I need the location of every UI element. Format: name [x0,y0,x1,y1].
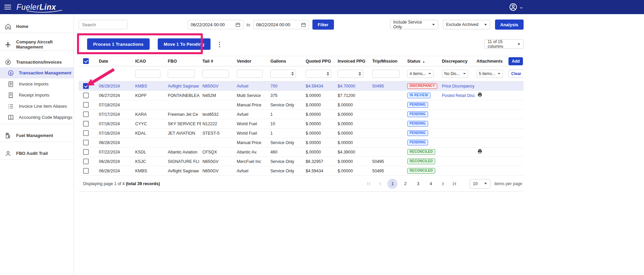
status-badge: PENDING [407,140,428,145]
cell-quoted-ppg: $.00000 [304,122,336,126]
row-checkbox[interactable] [83,93,89,98]
account-menu[interactable] [509,0,523,14]
sidebar-item-receipt-imports[interactable]: Receipt Imports [0,90,74,101]
calendar-icon[interactable] [301,22,306,27]
icao-filter-input[interactable] [135,70,160,78]
column-header-trip-mission[interactable]: Trip/Mission [371,59,406,64]
sidebar-item-invoice-imports[interactable]: Invoice Imports [0,78,74,90]
exclude-archived-dropdown[interactable]: Exclude Archived [443,20,490,29]
sidebar-item-company-aircraft-management[interactable]: Company Aircraft Management [0,34,74,49]
trip-mission-filter-input[interactable] [372,70,400,78]
menu-icon[interactable] [4,3,11,11]
attachment-printer-icon[interactable] [477,92,483,98]
columns-dropdown[interactable]: 11 of 15 columns [484,39,524,49]
sidebar-item-fbo-audit-trail[interactable]: FBO Audit Trail [0,143,74,159]
attachments-filter-dropdown[interactable]: 5 items... [477,70,503,78]
sidebar-item-transactions-invoices[interactable]: Transactions/Invoices [0,52,74,67]
more-options-icon[interactable]: ⋮ [217,41,223,47]
cell-invoiced-ppg: $.00000 [336,112,371,117]
discrepancy-link[interactable]: Posted Retail Discr [442,93,475,98]
vendor-filter-input[interactable] [237,70,263,78]
date-from-input[interactable]: 06/22/2024 00:00 [188,20,243,29]
table-row[interactable]: 07/16/2024CYYCSKY SERVICE FBN12222World … [79,119,524,129]
search-input[interactable] [79,20,127,29]
table-row[interactable]: 07/18/2024Manual PriceService Only$.0000… [79,100,524,110]
caret-down-icon [484,24,487,26]
row-checkbox[interactable] [83,121,89,127]
column-header-icao[interactable]: ICAO [134,59,166,64]
columns-dropdown-value: 11 of 15 columns [488,39,515,49]
row-checkbox[interactable] [83,149,89,155]
tail-filter-input[interactable] [202,70,229,78]
discrepancy-filter-dropdown[interactable]: No Dis... [442,70,468,78]
sidebar-item-transaction-management[interactable]: $Transaction Management [0,67,74,78]
topbar: FuelerLinx [0,0,644,14]
cell-date: 06/28/2024 [98,169,134,173]
exclude-archived-value: Exclude Archived [446,22,479,27]
cell-tail: N650GV [201,84,235,89]
table-row[interactable]: 06/27/2024KOPFFONTAINEBLEAN452MMulti Ser… [79,91,524,100]
select-all-checkbox[interactable] [83,58,89,64]
attachment-printer-icon[interactable] [477,149,483,154]
cell-vendor: Atlantic Av. [235,150,269,154]
table-row[interactable]: 06/28/2024KSJCSIGNATURE FLIN650GVMercFue… [79,157,524,166]
items-per-page-dropdown[interactable]: 10 [469,179,490,188]
clear-filters-button[interactable]: Clear [508,70,524,78]
sidebar-item-accounting-code-mappings[interactable]: Accounting Code Mappings [0,112,74,123]
page-button[interactable]: 4 [426,179,436,189]
date-to-input[interactable]: 08/22/2024 00:00 [253,20,309,29]
table-row[interactable]: 06/29/2024KMBSAvflight SaginawN650GVAvfu… [79,81,524,91]
filter-button[interactable]: Filter [312,20,334,30]
discrepancy-link[interactable]: Price Discrepancy [442,84,475,89]
column-header-discrepancy[interactable]: Discrepancy [441,59,475,64]
row-checkbox[interactable] [83,159,89,164]
sidebar-item-fuel-management[interactable]: Fuel Management [0,125,74,141]
table-row[interactable]: 06/28/2024KMBSAvflight SaginawN650GVAvfu… [79,166,524,176]
date-to-value: 08/22/2024 00:00 [256,22,290,27]
last-page-button[interactable] [450,179,459,188]
add-button[interactable]: Add [508,57,523,65]
column-header-attachments[interactable]: Attachments [475,59,507,64]
analysis-button[interactable]: Analysis [495,20,524,30]
first-page-button[interactable] [365,179,373,188]
calendar-icon[interactable] [235,22,240,27]
column-header-vendor[interactable]: Vendor [235,59,269,64]
page-button[interactable]: 1 [387,179,397,189]
column-header-tail[interactable]: Tail # [201,59,235,64]
process-transactions-button[interactable]: Process 1 Transactions [87,38,150,50]
page-button[interactable]: 2 [400,179,410,189]
sidebar-item-home[interactable]: Home [0,16,74,32]
invoiced-ppg-filter-stepper[interactable] [338,70,363,78]
column-header-status[interactable]: Status▲ [406,59,441,64]
quoted-ppg-filter-stepper[interactable] [306,70,331,78]
sidebar-item-invoice-line-item-aliases[interactable]: Invoice Line Item Aliases [0,101,74,112]
column-header-quoted-ppg[interactable]: Quoted PPG [304,59,336,64]
table-row[interactable]: 07/22/2024KSDLAtlantic AviationCFSQXAtla… [79,147,524,157]
table-row[interactable]: 07/17/2024KARAFreeman Jet Cetest6532Avfu… [79,110,524,119]
include-service-dropdown[interactable]: Include Service Only [390,20,438,29]
fbo-filter-input[interactable] [168,70,195,78]
sidebar-item-label: FBO Audit Trail [16,151,48,156]
row-checkbox[interactable] [83,168,89,174]
table-row[interactable]: 07/16/2024KDALJET AVIATIONSTEST-5World F… [79,129,524,138]
column-header-invoiced-ppg[interactable]: Invoiced PPG [336,59,371,64]
status-filter-dropdown[interactable]: 4 items... [407,70,433,78]
next-page-button[interactable] [439,179,447,188]
cell-icao: KARA [134,112,166,117]
column-header-fbo[interactable]: FBO [166,59,201,64]
row-checkbox[interactable] [83,83,89,89]
table-row[interactable]: 06/28/2024Manual PriceService Only$.0000… [79,138,524,147]
row-checkbox[interactable] [83,111,89,117]
move-to-pending-button[interactable]: Move 1 To Pending [158,38,211,50]
row-checkbox[interactable] [83,140,89,145]
page-button[interactable]: 3 [413,179,423,189]
column-header-gallons[interactable]: Gallons [269,59,304,64]
row-checkbox[interactable] [83,130,89,136]
cell-gallons: 10 [269,122,304,126]
cell-date: 07/22/2024 [98,150,134,154]
gallons-filter-stepper[interactable] [270,70,296,78]
column-header-date[interactable]: Date [98,59,134,64]
cell-invoiced-ppg: $.00000 [336,159,371,164]
previous-page-button[interactable] [376,179,385,188]
row-checkbox[interactable] [83,102,89,108]
